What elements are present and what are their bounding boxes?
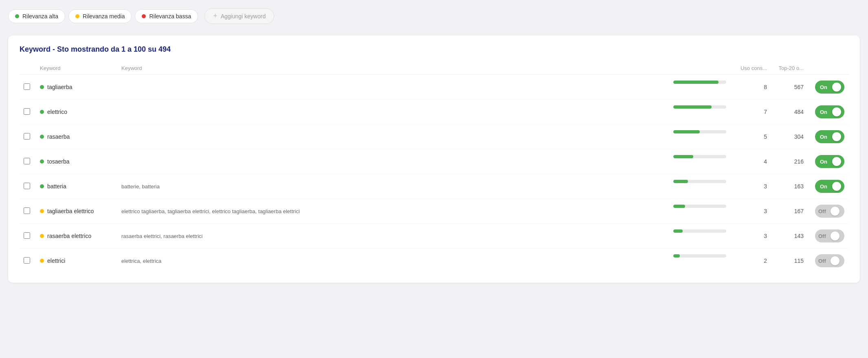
relevance-dot — [40, 85, 44, 89]
relevance-low-label: Rilevanza bassa — [149, 13, 191, 20]
relevance-high-pill: Rilevanza alta — [8, 9, 65, 23]
keyword-text: rasaerba — [47, 133, 70, 140]
relevance-low-pill: Rilevanza bassa — [135, 9, 198, 23]
table-title: Keyword - Sto mostrando da 1 a 100 su 49… — [20, 45, 848, 54]
keyword-text: elettrico — [47, 109, 67, 115]
add-keyword-button[interactable]: + Aggiungi keyword — [204, 8, 274, 24]
top20-count: 304 — [771, 124, 808, 149]
header-keyword1: Keyword — [36, 62, 117, 75]
uso-count: 7 — [734, 100, 771, 124]
header-keyword2: Keyword — [117, 62, 669, 75]
relevance-medium-dot — [75, 14, 79, 18]
keyword-text: tosaerba — [47, 158, 69, 165]
table-row: elettrico7484On — [20, 100, 848, 124]
relevance-dot — [40, 110, 44, 114]
row-checkbox[interactable] — [24, 158, 30, 164]
relevance-low-dot — [142, 14, 146, 18]
relevance-dot — [40, 259, 44, 263]
toggle-cell: On — [808, 174, 848, 199]
toggle-circle — [832, 132, 841, 141]
relevance-dot — [40, 209, 44, 213]
row-checkbox[interactable] — [24, 108, 30, 115]
toggle-circle — [831, 207, 839, 216]
toggle-button[interactable]: Off — [815, 254, 844, 267]
toggle-button[interactable]: On — [815, 155, 844, 168]
uso-count: 2 — [734, 249, 771, 273]
toggle-label: On — [820, 109, 827, 115]
header-bar — [669, 62, 734, 75]
synonyms-cell — [117, 149, 669, 174]
toggle-cell: On — [808, 149, 848, 174]
table-row: rasaerba5304On — [20, 124, 848, 149]
top20-count: 163 — [771, 174, 808, 199]
toggle-label: On — [820, 159, 827, 165]
relevance-medium-pill: Rilevanza media — [68, 9, 132, 23]
keyword-text: tagliaerba elettrico — [47, 208, 94, 214]
row-checkbox[interactable] — [24, 83, 30, 90]
toggle-label: On — [820, 134, 827, 140]
table-row: tosaerba4216On — [20, 149, 848, 174]
keyword-text: elettrici — [47, 258, 65, 264]
top20-count: 115 — [771, 249, 808, 273]
toggle-button[interactable]: On — [815, 105, 844, 118]
header-uso: Uso cons... — [734, 62, 771, 75]
toggle-button[interactable]: Off — [815, 229, 844, 242]
table-container: Keyword - Sto mostrando da 1 a 100 su 49… — [8, 35, 860, 283]
toggle-circle — [832, 157, 841, 166]
toggle-button[interactable]: On — [815, 180, 844, 193]
header-toggle — [808, 62, 848, 75]
plus-icon: + — [213, 12, 218, 20]
toggle-button[interactable]: Off — [815, 205, 844, 218]
row-checkbox[interactable] — [24, 183, 30, 189]
progress-bar-cell — [669, 100, 734, 114]
keyword-text: tagliaerba — [47, 84, 73, 90]
toggle-button[interactable]: On — [815, 130, 844, 143]
progress-bar-cell — [669, 224, 734, 238]
progress-bar-cell — [669, 249, 734, 263]
uso-count: 4 — [734, 149, 771, 174]
header-top20: Top-20 o... — [771, 62, 808, 75]
toggle-circle — [832, 182, 841, 191]
uso-count: 3 — [734, 199, 771, 224]
keywords-table: Keyword Keyword Uso cons... Top-20 o... … — [20, 62, 848, 273]
top20-count: 216 — [771, 149, 808, 174]
relevance-medium-label: Rilevanza media — [83, 13, 125, 20]
relevance-dot — [40, 184, 44, 188]
row-checkbox[interactable] — [24, 207, 30, 214]
toggle-label: On — [820, 84, 827, 90]
uso-count: 5 — [734, 124, 771, 149]
top20-count: 143 — [771, 224, 808, 249]
table-row: rasaerba elettricorasaerba elettrici, ra… — [20, 224, 848, 249]
relevance-high-label: Rilevanza alta — [22, 13, 58, 20]
progress-bar-cell — [669, 75, 734, 90]
relevance-high-dot — [15, 14, 19, 18]
header-check — [20, 62, 36, 75]
top-bar: Rilevanza alta Rilevanza media Rilevanza… — [8, 8, 860, 24]
row-checkbox[interactable] — [24, 133, 30, 140]
synonyms-cell: rasaerba elettrici, rasaerba elettrici — [117, 224, 669, 249]
synonyms-cell: batterie, batteria — [117, 174, 669, 199]
table-row: tagliaerba elettricoelettrico tagliaerba… — [20, 199, 848, 224]
relevance-dot — [40, 135, 44, 139]
toggle-button[interactable]: On — [815, 81, 844, 94]
row-checkbox[interactable] — [24, 257, 30, 264]
toggle-label: Off — [818, 233, 826, 239]
row-checkbox[interactable] — [24, 232, 30, 239]
table-row: tagliaerba8567On — [20, 75, 848, 100]
toggle-cell: Off — [808, 199, 848, 224]
uso-count: 3 — [734, 224, 771, 249]
toggle-circle — [832, 83, 841, 92]
toggle-circle — [832, 107, 841, 116]
toggle-cell: On — [808, 75, 848, 100]
toggle-cell: Off — [808, 249, 848, 273]
synonyms-cell — [117, 75, 669, 100]
toggle-label: On — [820, 183, 827, 190]
table-header-row: Keyword Keyword Uso cons... Top-20 o... — [20, 62, 848, 75]
toggle-circle — [831, 231, 839, 240]
keyword-text: batteria — [47, 183, 66, 190]
toggle-label: Off — [818, 258, 826, 264]
top20-count: 567 — [771, 75, 808, 100]
keyword-text: rasaerba elettrico — [47, 233, 91, 239]
synonyms-cell: elettrica, elettrica — [117, 249, 669, 273]
top20-count: 484 — [771, 100, 808, 124]
